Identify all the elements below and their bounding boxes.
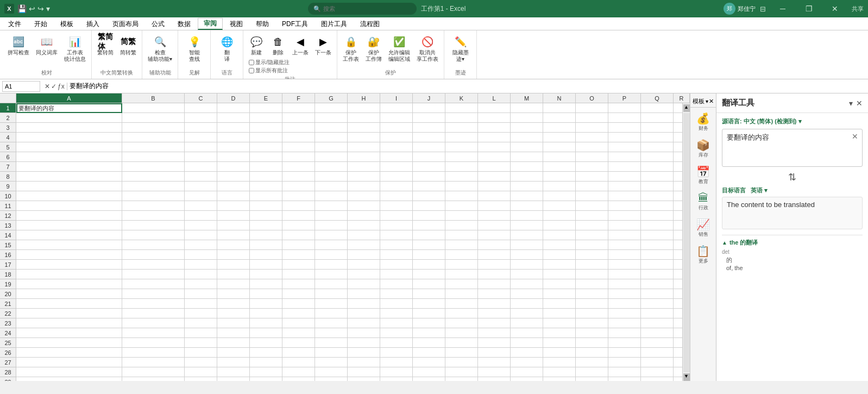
- cell-1-7[interactable]: [348, 103, 380, 113]
- cell-12-2[interactable]: [185, 211, 217, 221]
- cell-25-4[interactable]: [250, 338, 282, 348]
- cell-22-17[interactable]: [674, 309, 682, 318]
- cell-3-14[interactable]: [576, 123, 608, 133]
- cell-16-17[interactable]: [674, 250, 682, 260]
- cell-17-0[interactable]: [16, 260, 122, 270]
- cell-1-1[interactable]: [122, 103, 185, 113]
- vertical-scrollbar[interactable]: ▲ ▼: [682, 103, 690, 381]
- cell-19-11[interactable]: [478, 279, 511, 289]
- cell-23-14[interactable]: [576, 318, 608, 328]
- cell-17-8[interactable]: [380, 260, 413, 270]
- cell-27-10[interactable]: [445, 358, 478, 367]
- cell-29-10[interactable]: [445, 377, 478, 381]
- cell-25-13[interactable]: [543, 338, 576, 348]
- cell-15-13[interactable]: [543, 240, 576, 250]
- cell-22-8[interactable]: [380, 309, 413, 318]
- cell-10-13[interactable]: [543, 191, 576, 201]
- cell-26-12[interactable]: [511, 348, 543, 358]
- cell-17-7[interactable]: [348, 260, 380, 270]
- hide-ink-button[interactable]: ✏️ 隐藏墨迹▾: [450, 33, 471, 64]
- col-header-p[interactable]: P: [608, 93, 641, 103]
- row-header-21[interactable]: 21: [0, 299, 16, 309]
- cell-26-5[interactable]: [282, 348, 315, 358]
- tab-template[interactable]: 模板: [54, 18, 79, 30]
- cell-7-15[interactable]: [608, 162, 641, 172]
- cell-16-1[interactable]: [122, 250, 185, 260]
- cell-19-14[interactable]: [576, 279, 608, 289]
- cell-5-5[interactable]: [282, 142, 315, 152]
- cell-24-10[interactable]: [445, 328, 478, 338]
- cell-3-13[interactable]: [543, 123, 576, 133]
- cell-22-14[interactable]: [576, 309, 608, 318]
- cell-18-16[interactable]: [641, 270, 674, 279]
- cell-20-13[interactable]: [543, 289, 576, 299]
- cell-4-14[interactable]: [576, 133, 608, 142]
- cell-12-9[interactable]: [413, 211, 445, 221]
- row-header-22[interactable]: 22: [0, 309, 16, 318]
- cell-13-3[interactable]: [217, 221, 250, 230]
- cell-25-5[interactable]: [282, 338, 315, 348]
- cell-1-14[interactable]: [576, 103, 608, 113]
- tab-review[interactable]: 审阅: [198, 18, 223, 30]
- cell-5-11[interactable]: [478, 142, 511, 152]
- cell-24-9[interactable]: [413, 328, 445, 338]
- cell-2-9[interactable]: [413, 113, 445, 123]
- cell-9-12[interactable]: [511, 182, 543, 191]
- row-header-29[interactable]: 29: [0, 377, 16, 381]
- cell-26-11[interactable]: [478, 348, 511, 358]
- smart-lookup-button[interactable]: 💡 智能查线: [185, 33, 204, 64]
- cell-19-4[interactable]: [250, 279, 282, 289]
- cell-28-16[interactable]: [641, 367, 674, 377]
- row-header-5[interactable]: 5: [0, 142, 16, 152]
- cell-29-4[interactable]: [250, 377, 282, 381]
- cell-4-1[interactable]: [122, 133, 185, 142]
- cell-25-16[interactable]: [641, 338, 674, 348]
- cell-17-5[interactable]: [282, 260, 315, 270]
- cell-8-17[interactable]: [674, 172, 682, 182]
- col-header-r[interactable]: R: [674, 93, 690, 103]
- cell-13-15[interactable]: [608, 221, 641, 230]
- template-panel-dropdown[interactable]: ▾: [706, 98, 708, 104]
- cell-24-8[interactable]: [380, 328, 413, 338]
- cell-9-13[interactable]: [543, 182, 576, 191]
- cell-3-2[interactable]: [185, 123, 217, 133]
- cell-10-1[interactable]: [122, 191, 185, 201]
- cell-12-12[interactable]: [511, 211, 543, 221]
- cell-12-3[interactable]: [217, 211, 250, 221]
- cell-21-5[interactable]: [282, 299, 315, 309]
- translation-close-icon[interactable]: ✕: [856, 99, 863, 108]
- cell-29-17[interactable]: [674, 377, 682, 381]
- cell-29-5[interactable]: [282, 377, 315, 381]
- cell-12-8[interactable]: [380, 211, 413, 221]
- cell-2-13[interactable]: [543, 113, 576, 123]
- cell-19-9[interactable]: [413, 279, 445, 289]
- cell-18-11[interactable]: [478, 270, 511, 279]
- cell-25-10[interactable]: [445, 338, 478, 348]
- cell-20-1[interactable]: [122, 289, 185, 299]
- cell-14-7[interactable]: [348, 230, 380, 240]
- cell-9-15[interactable]: [608, 182, 641, 191]
- cell-28-17[interactable]: [674, 367, 682, 377]
- cell-16-14[interactable]: [576, 250, 608, 260]
- cell-11-6[interactable]: [315, 201, 348, 211]
- more-quick-access-button[interactable]: ▾: [46, 4, 50, 13]
- cell-11-3[interactable]: [217, 201, 250, 211]
- cell-26-8[interactable]: [380, 348, 413, 358]
- search-input[interactable]: [323, 5, 399, 12]
- cell-6-15[interactable]: [608, 152, 641, 162]
- cell-6-11[interactable]: [478, 152, 511, 162]
- cell-24-17[interactable]: [674, 328, 682, 338]
- cell-11-17[interactable]: [674, 201, 682, 211]
- cell-16-10[interactable]: [445, 250, 478, 260]
- cell-10-17[interactable]: [674, 191, 682, 201]
- cell-9-5[interactable]: [282, 182, 315, 191]
- cell-2-5[interactable]: [282, 113, 315, 123]
- cell-19-5[interactable]: [282, 279, 315, 289]
- cell-13-10[interactable]: [445, 221, 478, 230]
- cell-6-0[interactable]: [16, 152, 122, 162]
- cell-17-17[interactable]: [674, 260, 682, 270]
- cell-10-5[interactable]: [282, 191, 315, 201]
- cell-17-3[interactable]: [217, 260, 250, 270]
- cell-14-1[interactable]: [122, 230, 185, 240]
- cell-8-2[interactable]: [185, 172, 217, 182]
